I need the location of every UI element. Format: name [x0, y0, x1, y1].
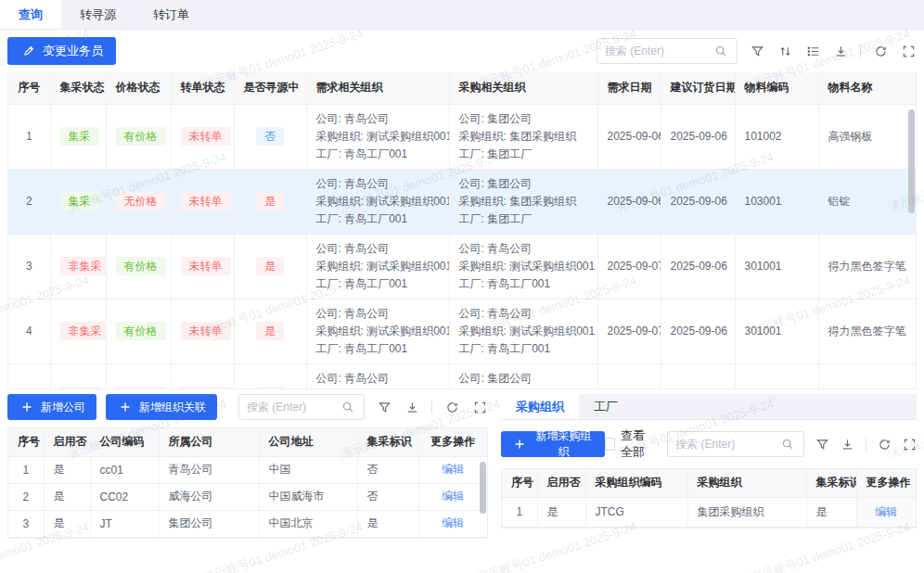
edit-link[interactable]: 编辑 — [442, 516, 464, 529]
table-row[interactable]: 2 是 CC02 威海公司 中国威海市 否 编辑 — [8, 483, 487, 510]
col-seq: 序号 — [8, 72, 50, 104]
cell-material-name: 高强钢板 — [818, 104, 916, 169]
filter-icon[interactable] — [376, 399, 392, 415]
collect-status-badge: 非集采 — [60, 322, 107, 340]
refresh-icon[interactable] — [878, 436, 892, 452]
filter-icon[interactable] — [749, 43, 765, 59]
table-row[interactable]: 3 非集采 有价格 未转单 是 公司: 青岛公司 采购组织: 测试采购组织001… — [8, 234, 916, 299]
org-search-input[interactable] — [675, 438, 779, 451]
cell-collect-flag: 是 — [806, 497, 856, 527]
main-search-input[interactable] — [605, 45, 712, 57]
cell-enabled: 是 — [44, 510, 90, 537]
company-search-input[interactable] — [247, 401, 340, 414]
company-table: 序号 启用否 公司编码 所属公司 公司地址 集采标识 更多操作 1 是 cc01 — [7, 427, 488, 539]
tab-factory[interactable]: 工厂 — [579, 394, 633, 419]
table-scrollbar[interactable] — [908, 109, 915, 213]
download-icon[interactable] — [404, 399, 420, 415]
search-icon[interactable] — [779, 436, 796, 452]
download-icon[interactable] — [832, 43, 849, 59]
table-row[interactable]: 1 是 cc01 青岛公司 中国 否 编辑 — [8, 456, 487, 483]
price-status-badge: 无价格 — [116, 387, 166, 389]
cell-seq: 2 — [8, 483, 44, 510]
col-demand-org: 需求相关组织 — [306, 72, 449, 104]
col-seq: 序号 — [502, 469, 537, 497]
edit-link[interactable]: 编辑 — [875, 505, 897, 518]
tab-purchase-org[interactable]: 采购组织 — [501, 394, 579, 419]
company-table-header: 序号 启用否 公司编码 所属公司 公司地址 集采标识 更多操作 — [8, 428, 487, 456]
search-icon[interactable] — [340, 399, 356, 415]
cell-demand-date: 2025-09-07 — [597, 234, 661, 299]
col-enabled: 启用否 — [537, 469, 585, 497]
col-org-code: 采购组织编码 — [585, 469, 687, 497]
cell-address: 中国北京 — [259, 510, 357, 537]
purchase-org-table: 序号 启用否 采购组织编码 采购组织 集采标识 更多操作 1 是 JTCG 集团… — [501, 468, 917, 528]
cell-material-code: 301001 — [735, 299, 818, 363]
cell-demand-date: 2025-09-06 — [597, 169, 661, 234]
add-org-link-button[interactable]: 新增组织关联 — [106, 394, 217, 420]
cell-seq: 1 — [8, 104, 50, 169]
filter-icon[interactable] — [815, 436, 829, 452]
col-demand-date: 需求日期 — [597, 72, 661, 104]
sourcing-badge: 是 — [256, 192, 284, 210]
fullscreen-icon[interactable] — [471, 399, 488, 415]
refresh-icon[interactable] — [443, 399, 460, 415]
cell-company-code: cc01 — [90, 456, 159, 483]
cell-company-code: CC02 — [90, 483, 159, 510]
table-row[interactable]: 5 集采 无价格 未转单 是 公司: 青岛公司 采购组织: 测试采购组织001 … — [8, 363, 916, 389]
view-all-checkbox[interactable] — [605, 438, 615, 451]
edit-link[interactable]: 编辑 — [442, 490, 464, 503]
fullscreen-icon[interactable] — [903, 436, 917, 452]
table-row[interactable]: 3 是 JT 集团公司 中国北京 是 编辑 — [8, 510, 487, 537]
cell-material-name: 铝锭 — [818, 169, 916, 234]
cell-demand-org: 公司: 青岛公司 采购组织: 测试采购组织001 工厂: 青岛工厂001 — [306, 234, 449, 299]
cell-material-name: 蓝色白板笔 — [818, 363, 916, 389]
transfer-status-badge: 未转单 — [181, 192, 231, 210]
download-icon[interactable] — [841, 436, 854, 452]
cell-seq: 2 — [8, 169, 50, 234]
table-row[interactable]: 4 非集采 有价格 未转单 是 公司: 青岛公司 采购组织: 测试采购组织001… — [8, 299, 916, 363]
tab-query[interactable]: 查询 — [0, 0, 61, 29]
sourcing-badge: 是 — [256, 387, 284, 389]
add-purchase-org-button[interactable]: 新增采购组织 — [501, 431, 605, 457]
table-scrollbar[interactable] — [480, 462, 486, 514]
transfer-status-badge: 未转单 — [181, 387, 231, 389]
collect-status-badge: 集采 — [60, 192, 99, 210]
plus-icon — [19, 399, 35, 415]
table-row[interactable]: 2 集采 无价格 未转单 是 公司: 青岛公司 采购组织: 测试采购组织001 … — [8, 169, 916, 234]
sourcing-badge: 否 — [256, 127, 284, 146]
fullscreen-icon[interactable] — [900, 43, 917, 59]
add-org-link-label: 新增组织关联 — [139, 400, 206, 415]
cell-material-code: 103001 — [735, 169, 818, 234]
col-org: 采购组织 — [687, 469, 806, 497]
collect-status-badge: 集采 — [60, 387, 99, 389]
change-salesman-button[interactable]: 变更业务员 — [7, 37, 116, 65]
price-status-badge: 有价格 — [116, 257, 166, 275]
table-row[interactable]: 1 是 JTCG 集团采购组织 是 编辑 — [502, 497, 916, 527]
sort-icon[interactable] — [776, 43, 793, 59]
col-material-code: 物料编码 — [735, 72, 818, 104]
demand-table: 序号 集采状态 价格状态 转单状态 是否寻源中 需求相关组织 采购相关组织 需求… — [7, 72, 917, 389]
view-all-checkbox-wrap[interactable]: 查看全部 — [605, 427, 656, 461]
transfer-status-badge: 未转单 — [181, 257, 231, 275]
tab-to-order[interactable]: 转订单 — [135, 0, 208, 29]
cell-suggest-date: 2025-09-06 — [661, 104, 735, 169]
add-company-label: 新增公司 — [41, 400, 85, 415]
col-transfer-status: 转单状态 — [171, 72, 234, 104]
add-company-button[interactable]: 新增公司 — [7, 394, 96, 420]
cell-demand-org: 公司: 青岛公司 采购组织: 测试采购组织001 工厂: 青岛工厂001 — [306, 104, 449, 169]
col-sourcing: 是否寻源中 — [234, 72, 306, 104]
main-toolbar: 变更业务员 — [0, 30, 924, 72]
refresh-icon[interactable] — [872, 43, 889, 59]
cell-material-name: 得力黑色签字笔 — [818, 299, 916, 363]
tab-to-sourcing[interactable]: 转寻源 — [61, 0, 135, 29]
org-search — [667, 431, 804, 457]
edit-link[interactable]: 编辑 — [442, 463, 464, 476]
cell-demand-org: 公司: 青岛公司 采购组织: 测试采购组织001 工厂: 青岛工厂001 — [306, 363, 449, 389]
cell-purchase-org: 公司: 集团公司 采购组织: 集团采购组织 工厂: 集团工厂 — [449, 104, 597, 169]
search-icon[interactable] — [712, 43, 729, 59]
cell-seq: 1 — [8, 456, 44, 483]
table-row[interactable]: 1 集采 有价格 未转单 否 公司: 青岛公司 采购组织: 测试采购组织001 … — [8, 104, 916, 169]
cell-suggest-date: 2025-09-06 — [661, 234, 735, 299]
cell-demand-org: 公司: 青岛公司 采购组织: 测试采购组织001 工厂: 青岛工厂001 — [306, 169, 449, 234]
column-list-icon[interactable] — [804, 43, 821, 59]
